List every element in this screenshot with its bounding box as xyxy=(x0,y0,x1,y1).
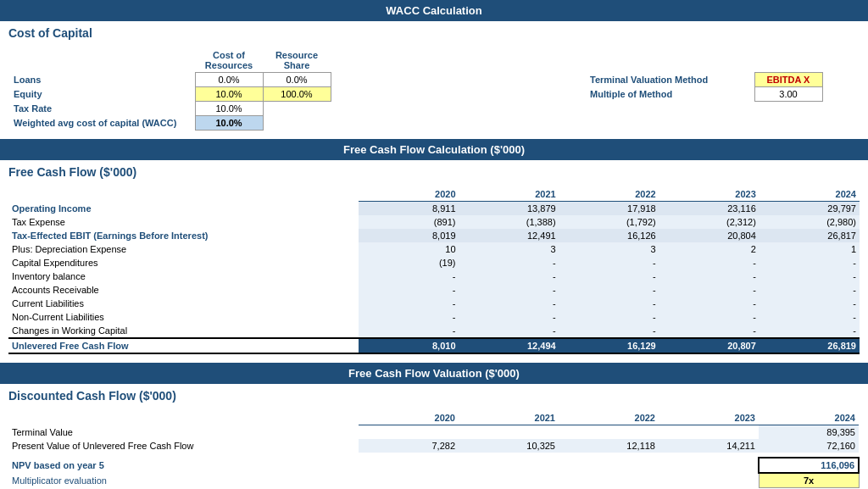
ebit-2023: 20,804 xyxy=(659,229,760,242)
ebit-2024: 26,817 xyxy=(760,229,860,242)
equity-label: Equity xyxy=(8,87,195,102)
tax-expense-2024: (2,980) xyxy=(760,215,860,229)
ar-2022: - xyxy=(559,283,659,297)
valuation-header: Free Cash Flow Valuation ($'000) xyxy=(0,363,868,384)
mult-empty-2023 xyxy=(659,473,759,488)
cost-of-capital-title: Cost of Capital xyxy=(0,21,868,43)
pv-label: Present Value of Unlevered Free Cash Flo… xyxy=(8,439,359,453)
tax-expense-2022: (1,792) xyxy=(559,215,659,229)
npv-empty-2020 xyxy=(359,458,459,473)
cl-2024: - xyxy=(760,297,860,310)
depreciation-2024: 1 xyxy=(760,242,860,256)
terminal-method-header xyxy=(585,48,754,73)
fcf-section-title: Free Cash Flow ($'000) xyxy=(0,160,868,182)
wacc-value[interactable]: 10.0% xyxy=(195,116,263,131)
dcf-section: 2020 2021 2022 2023 2024 Terminal Value … xyxy=(0,406,868,489)
capex-2021: - xyxy=(459,256,559,270)
dcf-year-header-2022: 2022 xyxy=(559,411,659,425)
equity-share[interactable]: 100.0% xyxy=(263,87,331,102)
npv-empty-2023 xyxy=(659,458,759,473)
capex-2024: - xyxy=(760,256,860,270)
operating-income-2024: 29,797 xyxy=(760,202,860,216)
dcf-year-header-2023: 2023 xyxy=(659,411,759,425)
tax-expense-2020: (891) xyxy=(359,215,459,229)
ncl-2020: - xyxy=(359,310,459,324)
operating-income-2023: 23,116 xyxy=(659,202,760,216)
current-liabilities-label: Current Liabilities xyxy=(8,297,359,310)
mult-value[interactable]: 7x xyxy=(759,473,859,488)
inventory-2024: - xyxy=(760,270,860,283)
dcf-year-header-2020: 2020 xyxy=(359,411,459,425)
ncl-2022: - xyxy=(559,310,659,324)
inventory-2023: - xyxy=(659,270,760,283)
wacc-inputs: Cost of Resources Resource Share Loans 0… xyxy=(0,43,868,139)
table-row: Accounts Receivable - - - - - xyxy=(8,283,860,297)
npv-value: 116,096 xyxy=(759,458,859,473)
cl-2023: - xyxy=(659,297,760,310)
ebit-label: Tax-Effected EBIT (Earnings Before Inter… xyxy=(8,229,359,242)
ar-2024: - xyxy=(760,283,860,297)
dcf-section-title: Discounted Cash Flow ($'000) xyxy=(0,384,868,406)
multiple-of-method-value[interactable]: 3.00 xyxy=(754,87,822,102)
total-fcf-row: Unlevered Free Cash Flow 8,010 12,494 16… xyxy=(8,338,860,353)
npv-empty-2021 xyxy=(459,458,559,473)
ufcf-2022: 16,129 xyxy=(559,338,659,353)
fcf-table: 2020 2021 2022 2023 2024 Operating Incom… xyxy=(8,187,860,354)
tv-2020 xyxy=(359,425,459,440)
capex-label: Capital Expenditures xyxy=(8,256,359,270)
depreciation-2021: 3 xyxy=(459,242,559,256)
ncl-2023: - xyxy=(659,310,760,324)
wc-2020: - xyxy=(359,324,459,338)
inventory-2021: - xyxy=(459,270,559,283)
pv-2020: 7,282 xyxy=(359,439,459,453)
ufcf-2024: 26,819 xyxy=(760,338,860,353)
working-capital-label: Changes in Working Capital xyxy=(8,324,359,338)
operating-income-2020: 8,911 xyxy=(359,202,459,216)
ebit-2020: 8,019 xyxy=(359,229,459,242)
tax-rate-value[interactable]: 10.0% xyxy=(195,102,263,116)
dcf-year-header-2024: 2024 xyxy=(759,411,859,425)
year-header-2020: 2020 xyxy=(359,187,459,202)
loans-share[interactable]: 0.0% xyxy=(263,73,331,87)
non-current-liabilities-label: Non-Current Liabilities xyxy=(8,310,359,324)
pv-2022: 12,118 xyxy=(559,439,659,453)
pv-2024: 72,160 xyxy=(759,439,859,453)
capex-2023: - xyxy=(659,256,760,270)
depreciation-label: Plus: Depreciation Expense xyxy=(8,242,359,256)
wc-2022: - xyxy=(559,324,659,338)
tax-expense-2021: (1,388) xyxy=(459,215,559,229)
ufcf-label: Unlevered Free Cash Flow xyxy=(8,338,359,353)
ufcf-2023: 20,807 xyxy=(659,338,760,353)
wc-2021: - xyxy=(459,324,559,338)
tv-2021 xyxy=(459,425,559,440)
year-header-2021: 2021 xyxy=(459,187,559,202)
loans-label: Loans xyxy=(8,73,195,87)
table-row: Capital Expenditures (19) - - - - xyxy=(8,256,860,270)
tv-2024: 89,395 xyxy=(759,425,859,440)
loans-cost[interactable]: 0.0% xyxy=(195,73,263,87)
wc-2024: - xyxy=(760,324,860,338)
terminal-valuation-value[interactable]: EBITDA X xyxy=(754,73,822,87)
depreciation-2023: 2 xyxy=(659,242,760,256)
accounts-receivable-label: Accounts Receivable xyxy=(8,283,359,297)
capex-2022: - xyxy=(559,256,659,270)
tv-2023 xyxy=(659,425,759,440)
tax-expense-label: Tax Expense xyxy=(8,215,359,229)
npv-empty-2022 xyxy=(559,458,659,473)
ncl-2024: - xyxy=(760,310,860,324)
cl-2021: - xyxy=(459,297,559,310)
terminal-valuation-label: Terminal Valuation Method xyxy=(585,73,754,87)
wacc-table: Cost of Resources Resource Share Loans 0… xyxy=(8,48,823,131)
ufcf-2021: 12,494 xyxy=(459,338,559,353)
npv-label: NPV based on year 5 xyxy=(8,458,359,473)
tv-2022 xyxy=(559,425,659,440)
terminal-value-header xyxy=(754,48,822,73)
year-header-2024: 2024 xyxy=(760,187,860,202)
depreciation-2022: 3 xyxy=(559,242,659,256)
equity-cost[interactable]: 10.0% xyxy=(195,87,263,102)
table-row: Non-Current Liabilities - - - - - xyxy=(8,310,860,324)
year-header-2022: 2022 xyxy=(559,187,659,202)
inventory-2020: - xyxy=(359,270,459,283)
wacc-header: WACC Calculation xyxy=(0,0,868,21)
capex-2020: (19) xyxy=(359,256,459,270)
